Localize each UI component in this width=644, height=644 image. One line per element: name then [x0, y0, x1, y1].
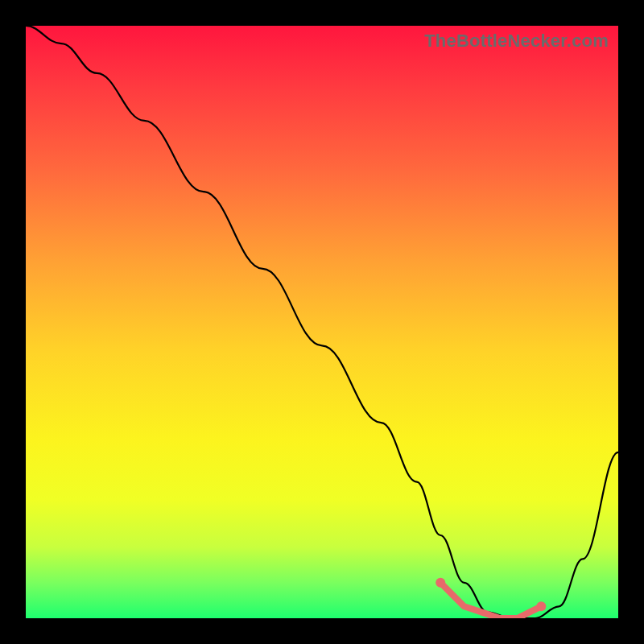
optimal-range-line: [440, 583, 541, 618]
plot-area: TheBottleNecker.com: [26, 26, 618, 618]
chart-svg: [26, 26, 618, 618]
optimal-range-endpoint: [536, 601, 546, 611]
optimal-range-endpoint: [436, 578, 445, 588]
chart-frame: TheBottleNecker.com: [0, 0, 644, 644]
bottleneck-curve: [26, 26, 618, 618]
optimal-range-markers: [436, 578, 546, 618]
